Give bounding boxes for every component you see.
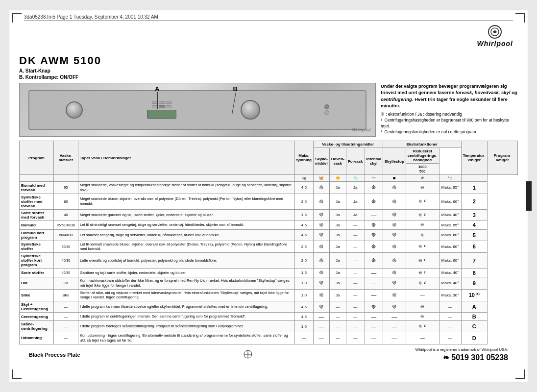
table-row: Bomuld med forvask95Meget snavsede, vask… bbox=[20, 182, 518, 194]
cell-0: Syntetiske stoffer kort program bbox=[20, 253, 54, 269]
cell-5: Ja bbox=[329, 194, 346, 209]
table-row: Syntetiske stoffer60/50Let til normalt s… bbox=[20, 241, 518, 253]
cell-10: — bbox=[439, 321, 461, 332]
cell-8: ❊ bbox=[383, 253, 406, 269]
cell-7: — bbox=[365, 289, 383, 301]
col-unit-wash-icon: 🧺 bbox=[313, 175, 329, 182]
cell-9: ❊ bbox=[406, 301, 439, 313]
cell-10: — bbox=[439, 332, 461, 344]
cell-7: — bbox=[365, 321, 383, 332]
col-sub-reduceret: Reduceretcentrifugerings-hastighed bbox=[406, 148, 439, 164]
cell-10: Maks. 40° bbox=[439, 269, 461, 277]
cell-1: — bbox=[54, 313, 78, 321]
cell-8: ❊ bbox=[383, 241, 406, 253]
cell-8: ❊ bbox=[383, 182, 406, 194]
cell-5: Ja bbox=[329, 209, 346, 220]
cell-8: ❊ bbox=[383, 289, 406, 301]
cell-10: Maks. 60° bbox=[439, 194, 461, 209]
product-code: ❧ 5019 301 05238 bbox=[415, 353, 508, 362]
cell-10: Maks. 40° bbox=[439, 277, 461, 290]
cell-7: ❊ bbox=[365, 220, 383, 229]
col-unit-blank3 bbox=[78, 175, 295, 182]
cell-2: Let snavset sengetøj, duge og servietter… bbox=[78, 229, 295, 241]
cell-6: — bbox=[346, 253, 365, 269]
cell-0: Bomuld bbox=[20, 220, 54, 229]
cell-9: ❊ bbox=[406, 229, 439, 241]
col-header-maks: Maks.fyldning bbox=[294, 141, 313, 175]
cell-1: 40/30 bbox=[54, 269, 78, 277]
cell-5: Ja bbox=[329, 220, 346, 229]
label-b-marker: B bbox=[233, 85, 238, 93]
cell-0: Syntetiske stoffer bbox=[20, 241, 54, 253]
cell-9: ❊ ¹⁾ bbox=[406, 241, 439, 253]
cell-5: — bbox=[329, 332, 346, 344]
cell-7: — bbox=[365, 277, 383, 290]
cell-7: — bbox=[365, 269, 383, 277]
table-row: Bomuld kort program60/40/30Let snavset s… bbox=[20, 229, 518, 241]
cell-10: Maks. 60° bbox=[439, 253, 461, 269]
corner-mark-tl bbox=[12, 13, 22, 23]
cell-0: Skåne-centrifugering bbox=[20, 321, 54, 332]
col-header-temp: Temperatur-vælger bbox=[461, 141, 487, 175]
corner-mark-bl bbox=[12, 369, 22, 379]
cell-4: — bbox=[313, 332, 329, 344]
footnotes-top: ❊ : ekstrafunktion / Ja : dosering nødve… bbox=[381, 112, 518, 135]
cell-1: — bbox=[54, 332, 78, 344]
file-bar: 3da05238.fm5 Page 1 Tuesday, September 4… bbox=[24, 14, 513, 21]
cell-9: ❊ bbox=[406, 220, 439, 229]
cell-7: ❊ bbox=[365, 229, 383, 241]
cell-9: ❊ ¹⁾ bbox=[406, 209, 439, 220]
table-row: UlduldKun maskinvaskbare uldstoffer der … bbox=[20, 277, 518, 290]
cell-11: 10 ²⁾ bbox=[461, 289, 487, 301]
cell-2: Let til almindeligt snavset sengetøj, du… bbox=[78, 220, 295, 229]
cell-7: — bbox=[365, 313, 383, 321]
col-unit-hand-icon: 🤲 bbox=[329, 175, 346, 182]
machine-knob-left bbox=[66, 101, 83, 119]
col-header-prog-vaelger: Program-vælger bbox=[487, 141, 517, 175]
cell-5: — bbox=[329, 313, 346, 321]
cell-6: — bbox=[346, 241, 365, 253]
cell-10: Maks. 95° bbox=[439, 182, 461, 194]
note-star: ❊ : ekstrafunktion / Ja : dosering nødve… bbox=[381, 112, 518, 118]
cell-3: 4,5 bbox=[294, 182, 313, 194]
title-section: DK AWM 5100 A. Start-Knap B. Kontrollamp… bbox=[19, 54, 518, 80]
cell-0: Udtømning bbox=[20, 332, 54, 344]
description-paragraph: Under det valgte program bevæger program… bbox=[381, 83, 518, 109]
cell-5: Ja bbox=[329, 229, 346, 241]
cell-0: Sarte stoffer med forvask bbox=[20, 209, 54, 220]
cell-4: ❊ bbox=[313, 209, 329, 220]
table-row: SilkesilkeStoffer af silke, uld og visko… bbox=[20, 289, 518, 301]
cell-3: 1,5 bbox=[294, 269, 313, 277]
col-unit-rinse-icon: 〰 bbox=[365, 175, 383, 182]
cell-8: ❊ bbox=[383, 269, 406, 277]
cell-5: — bbox=[329, 301, 346, 313]
cell-7: — bbox=[365, 209, 383, 220]
cell-11: 7 bbox=[461, 253, 487, 269]
cell-5: Ja bbox=[329, 277, 346, 290]
cell-9: ❊ bbox=[406, 313, 439, 321]
cell-6: — bbox=[346, 277, 365, 290]
cell-1: 95/60/40/30 bbox=[54, 220, 78, 229]
cell-11: B bbox=[461, 313, 487, 321]
trademark-text: Whirlpool is a registered trademark of W… bbox=[415, 347, 508, 352]
page-container: 3da05238.fm5 Page 1 Tuesday, September 4… bbox=[9, 10, 528, 382]
cell-2: I dette program er centrifugeringen inte… bbox=[78, 313, 295, 321]
cell-4: ❊ bbox=[313, 301, 329, 313]
cell-1: — bbox=[54, 321, 78, 332]
cell-0: Uld bbox=[20, 277, 54, 290]
cell-10: Maks. 95° bbox=[439, 220, 461, 229]
cell-11: C bbox=[461, 321, 487, 332]
cell-5: Ja bbox=[329, 241, 346, 253]
whirlpool-logo: Whirlpool bbox=[477, 25, 513, 48]
cell-0: Bomuld med forvask bbox=[20, 182, 54, 194]
cell-0: Bomuld kort program bbox=[20, 229, 54, 241]
col-sub-hoved: Hoved-vask bbox=[329, 148, 346, 175]
col-header-typer: Typer vask / Bemærkninger bbox=[78, 141, 295, 175]
black-process-label: Black Process Plate bbox=[29, 352, 80, 358]
cell-0: Syntetiske stoffer med forvask bbox=[20, 194, 54, 209]
cell-4: — bbox=[313, 321, 329, 332]
table-row: Skyl + Centrifugering—I dette program ka… bbox=[20, 301, 518, 313]
cell-9: — bbox=[406, 289, 439, 301]
cell-3: — bbox=[294, 332, 313, 344]
table-row: Centrifugering—I dette program er centri… bbox=[20, 313, 518, 321]
